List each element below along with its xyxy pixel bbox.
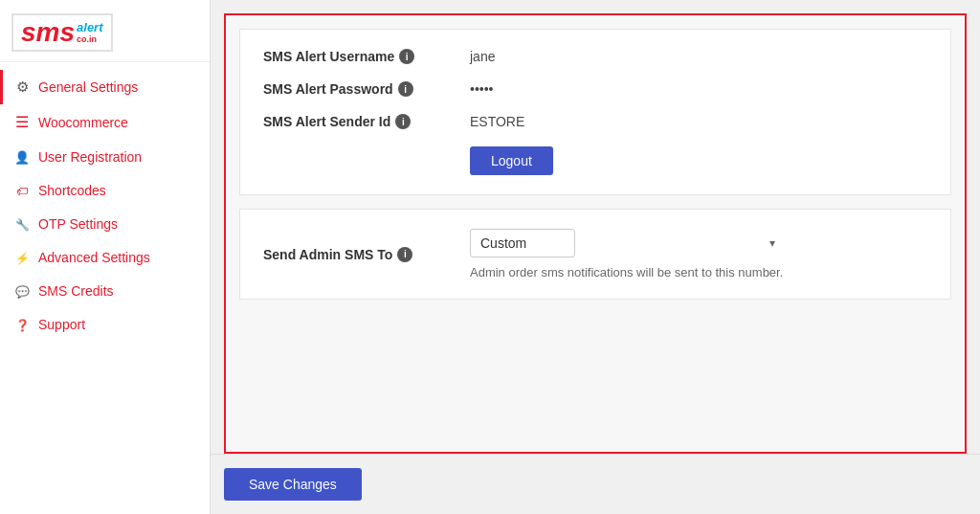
save-changes-button[interactable]: Save Changes (224, 468, 362, 501)
sidebar-item-support[interactable]: Support (0, 307, 210, 341)
nav-menu: General Settings ☰ Woocommerce User Regi… (0, 62, 210, 348)
woo-icon: ☰ (13, 113, 31, 131)
sidebar-item-user-registration[interactable]: User Registration (0, 140, 210, 173)
user-icon (13, 148, 31, 165)
sidebar-label-shortcodes: Shortcodes (38, 183, 106, 198)
password-info-icon[interactable]: i (398, 81, 413, 97)
sidebar-label-user-registration: User Registration (38, 149, 142, 165)
logo-coin-text: co.in (77, 35, 102, 44)
admin-sms-info-icon[interactable]: i (397, 247, 412, 262)
sidebar-item-general-settings[interactable]: General Settings (0, 70, 210, 104)
credentials-section: SMS Alert Username i jane SMS Alert Pass… (239, 29, 951, 195)
sidebar-item-woocommerce[interactable]: ☰ Woocommerce (0, 104, 210, 140)
sender-id-info-icon[interactable]: i (395, 114, 411, 129)
sidebar-label-support: Support (38, 317, 85, 332)
username-value: jane (470, 49, 495, 64)
custom-select-wrapper: Custom Admin Both (470, 229, 783, 257)
content-area: SMS Alert Username i jane SMS Alert Pass… (224, 13, 967, 454)
logout-button[interactable]: Logout (470, 146, 553, 175)
support-icon (13, 316, 31, 332)
shortcodes-icon (13, 182, 31, 198)
admin-field-group: Custom Admin Both Admin order sms notifi… (455, 229, 783, 279)
username-label: SMS Alert Username i (263, 49, 455, 64)
sidebar-item-otp-settings[interactable]: OTP Settings (0, 207, 210, 240)
sidebar: sms alert co.in General Settings ☰ Wooco… (0, 0, 211, 514)
sidebar-item-advanced-settings[interactable]: Advanced Settings (0, 240, 210, 274)
username-info-icon[interactable]: i (399, 49, 414, 64)
admin-sms-hint: Admin order sms notifications will be se… (470, 265, 783, 279)
admin-sms-section: Send Admin SMS To i Custom Admin Both Ad… (239, 209, 951, 300)
logo-alert-text: alert (77, 21, 102, 34)
password-row: SMS Alert Password i ••••• (263, 81, 927, 97)
admin-sms-select[interactable]: Custom Admin Both (470, 229, 575, 257)
sidebar-label-general-settings: General Settings (38, 79, 138, 95)
sidebar-label-woocommerce: Woocommerce (38, 115, 128, 130)
logo: sms alert co.in (11, 13, 113, 52)
sender-id-label: SMS Alert Sender Id i (263, 114, 455, 129)
logout-row: Logout (263, 146, 927, 175)
admin-sms-row: Send Admin SMS To i Custom Admin Both Ad… (263, 229, 927, 279)
password-label: SMS Alert Password i (263, 81, 455, 97)
footer-area: Save Changes (211, 454, 980, 514)
admin-sms-label: Send Admin SMS To i (263, 247, 455, 262)
sidebar-label-otp-settings: OTP Settings (38, 216, 118, 232)
password-value: ••••• (470, 81, 494, 97)
advanced-icon (13, 249, 31, 265)
sender-id-value: ESTORE (470, 114, 524, 129)
sidebar-label-advanced-settings: Advanced Settings (38, 250, 150, 265)
sidebar-item-sms-credits[interactable]: SMS Credits (0, 274, 210, 307)
gear-icon (13, 78, 31, 96)
logo-right: alert co.in (77, 21, 102, 43)
logo-sms-text: sms (21, 19, 75, 46)
otp-icon (13, 215, 31, 232)
logo-area: sms alert co.in (0, 0, 210, 62)
sidebar-item-shortcodes[interactable]: Shortcodes (0, 173, 210, 207)
credits-icon (13, 282, 31, 299)
main-content: SMS Alert Username i jane SMS Alert Pass… (211, 0, 980, 514)
sidebar-label-sms-credits: SMS Credits (38, 283, 114, 299)
username-row: SMS Alert Username i jane (263, 49, 927, 64)
sender-id-row: SMS Alert Sender Id i ESTORE (263, 114, 927, 129)
